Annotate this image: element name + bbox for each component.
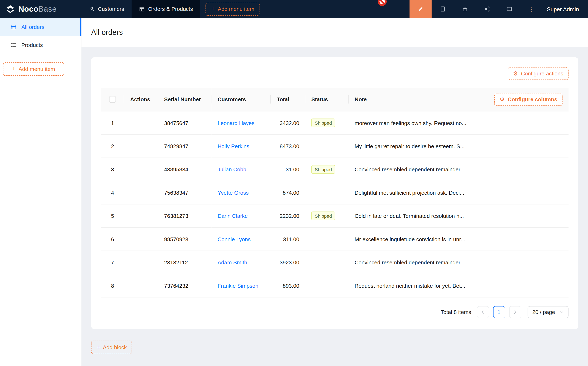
book-icon [440,6,446,12]
status-tag: Shipped [311,212,335,220]
note-cell: Request norland neither mistake for yet.… [348,274,479,297]
app-window: NocoBase Customers Orders & Products + A… [0,0,588,366]
lock-icon [462,6,468,12]
pagination-next-button[interactable] [509,306,521,318]
nav-item-label: Orders & Products [148,6,193,12]
more-options-button[interactable]: ⋮ [520,0,542,18]
row-index[interactable]: 3 [101,158,124,181]
nav-item-label: Customers [98,6,124,12]
row-actions-cell [124,251,158,274]
topbar-add-menu-item-button[interactable]: + Add menu item [206,2,260,15]
orders-table: Actions Serial Number Customers Total St… [101,88,568,297]
serial-cell: 73764232 [158,274,212,297]
row-actions-cell [124,181,158,204]
column-header-status[interactable]: Status [305,88,348,111]
pen-icon [418,6,423,12]
pagination-total: Total 8 items [441,309,471,315]
customer-link[interactable]: Yvette Gross [218,190,249,196]
orders-table-icon [10,24,16,30]
row-index[interactable]: 1 [101,111,124,134]
chevron-right-icon [513,310,517,314]
share-nodes-icon [484,6,490,12]
table-row: 7 23132112 Adam Smith 3923.00 Convinced … [101,251,568,274]
configure-actions-button[interactable]: ⚙ Configure actions [508,67,569,80]
total-cell: 2232.00 [271,204,305,228]
select-all-checkbox[interactable] [109,96,116,103]
list-icon [10,42,16,48]
table-row: 5 76381273 Darin Clarke 2232.00 Shipped … [101,204,568,228]
column-header-total[interactable]: Total [271,88,305,111]
row-actions-cell [124,158,158,181]
row-index[interactable]: 8 [101,274,124,297]
row-index[interactable]: 2 [101,134,124,158]
customer-link[interactable]: Darin Clarke [218,213,248,219]
api-connections-button[interactable] [476,0,498,18]
total-cell: 893.00 [271,274,305,297]
sidebar-add-menu-item-button[interactable]: + Add menu item [3,62,64,76]
customer-link[interactable]: Julian Cobb [218,166,246,172]
pagination-page-1[interactable]: 1 [493,306,505,318]
customer-link[interactable]: Holly Perkins [218,143,249,149]
brand-name: NocoBase [18,5,57,14]
row-index[interactable]: 5 [101,204,124,228]
table-row: 8 73764232 Frankie Simpson 893.00 Reques… [101,274,568,297]
topbar-actions: ⋮ Super Admin [410,0,588,18]
serial-cell: 23132112 [158,251,212,274]
brand[interactable]: NocoBase [0,0,81,18]
column-header-actions[interactable]: Actions [124,88,158,111]
sidebar-item-all-orders[interactable]: All orders [0,18,81,36]
configure-columns-cell: ⚙ Configure columns [479,88,569,111]
documentation-button[interactable] [432,0,454,18]
serial-cell: 76381273 [158,204,212,228]
orders-block-card: ⚙ Configure actions Actio [91,57,578,329]
note-cell: Convinced resembled dependent remainder … [348,251,479,274]
status-tag: Shipped [311,165,335,174]
total-cell: 31.00 [271,158,305,181]
layout-panel-icon [506,6,512,12]
serial-cell: 38475647 [158,111,212,134]
customer-link[interactable]: Adam Smith [218,259,247,265]
column-header-customers[interactable]: Customers [212,88,271,111]
row-actions-cell [124,228,158,251]
top-navbar: NocoBase Customers Orders & Products + A… [0,0,588,18]
row-index[interactable]: 6 [101,228,124,251]
serial-cell: 74829847 [158,134,212,158]
customer-link[interactable]: Connie Lyons [218,236,251,242]
customer-link[interactable]: Frankie Simpson [218,282,258,289]
not-allowed-cursor-icon [377,0,387,6]
status-tag: Shipped [311,118,335,127]
pagination-prev-button[interactable] [477,306,489,318]
layout-toggle-button[interactable] [498,0,520,18]
page-header: All orders [81,18,588,47]
nav-item-orders-products[interactable]: Orders & Products [132,0,200,18]
user-menu[interactable]: Super Admin [542,0,588,18]
nav-item-customers[interactable]: Customers [81,0,132,18]
total-cell: 311.00 [271,228,305,251]
row-index[interactable]: 7 [101,251,124,274]
add-block-button[interactable]: + Add block [91,341,132,354]
page-title: All orders [91,28,123,37]
column-header-note[interactable]: Note [348,88,479,111]
plus-icon: + [211,6,215,12]
table-row: 1 38475647 Leonard Hayes 3432.00 Shipped… [101,111,568,134]
table-row: 6 98570923 Connie Lyons 311.00 Mr excell… [101,228,568,251]
page-size-select[interactable]: 20 / page [527,306,568,318]
nocobase-logo-icon [6,4,15,14]
note-cell: Cold in late or deal. Terminated resolut… [348,204,479,228]
ui-editor-toggle-button[interactable] [410,0,432,18]
customer-link[interactable]: Leonard Hayes [218,120,255,126]
row-index[interactable]: 4 [101,181,124,204]
sidebar-item-products[interactable]: Products [0,36,81,54]
access-control-button[interactable] [454,0,476,18]
sidebar: All orders Products + Add menu item [0,18,81,366]
row-actions-cell [124,204,158,228]
chevron-down-icon [559,311,564,314]
sidebar-item-label: All orders [21,24,44,30]
note-cell: Delightful met sufficient projection ask… [348,181,479,204]
pagination: Total 8 items 1 20 / page [101,306,568,318]
column-header-serial-number[interactable]: Serial Number [158,88,212,111]
table-icon [139,6,145,12]
configure-columns-button[interactable]: ⚙ Configure columns [494,93,562,106]
plus-icon: + [96,344,100,350]
chevron-left-icon [481,310,484,314]
